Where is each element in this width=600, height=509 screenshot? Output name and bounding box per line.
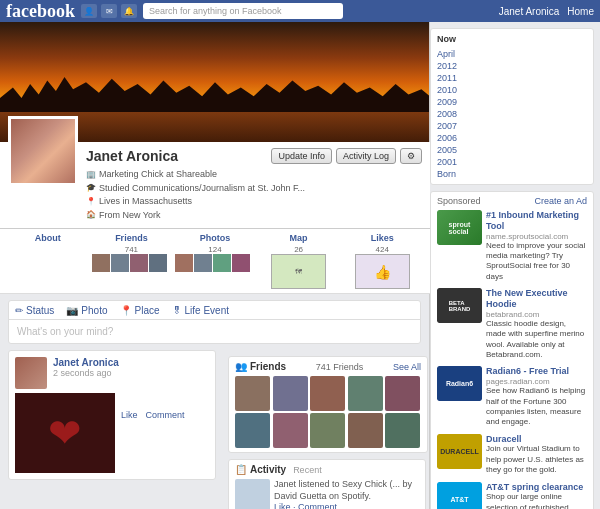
home-link[interactable]: Home xyxy=(567,6,594,17)
timeline-2006[interactable]: 2006 xyxy=(437,132,587,144)
life-event-icon: 🎖 xyxy=(172,305,182,316)
timeline-nav: Now April 2012 2011 2010 2009 2008 2007 … xyxy=(430,28,594,185)
sprout-ad-image[interactable]: sproutsocial xyxy=(437,210,482,245)
map-count: 26 xyxy=(294,245,303,254)
nav-user-name[interactable]: Janet Aronica xyxy=(499,6,560,17)
att-ad-text: AT&T spring clearance Shop our large onl… xyxy=(486,482,587,509)
duracell-ad-text: Duracell Join our Virtual Stadium to hel… xyxy=(486,434,587,476)
photos-tab[interactable]: Photos 124 xyxy=(175,233,255,289)
status-tab[interactable]: ✏ Status xyxy=(15,305,54,319)
nav-icons: 👤 ✉ 🔔 xyxy=(81,4,137,18)
friends-panel-count: 741 Friends xyxy=(316,362,364,372)
friend-grid-10[interactable] xyxy=(385,413,420,448)
ad-sprout: sproutsocial #1 Inbound Marketing Tool n… xyxy=(437,210,587,282)
friends-grid xyxy=(235,376,421,448)
activity-item-1: Janet listened to Sexy Chick (... by Dav… xyxy=(235,479,419,509)
att-ad-desc: Shop our large online selection of refur… xyxy=(486,492,587,509)
timeline-2012[interactable]: 2012 xyxy=(437,60,587,72)
photo-icon: 📷 xyxy=(66,305,78,316)
profile-pic-image xyxy=(11,119,75,183)
map-label: Map xyxy=(290,233,308,243)
settings-button[interactable]: ⚙ xyxy=(400,148,422,164)
profile-name: Janet Aronica xyxy=(86,148,178,164)
map-thumbnail: 🗺 xyxy=(271,254,326,289)
duracell-ad-image[interactable]: DURACELL xyxy=(437,434,482,469)
work-icon: 🏢 xyxy=(86,169,96,181)
friend-grid-9[interactable] xyxy=(348,413,383,448)
sponsored-section: Sponsored Create an Ad sproutsocial #1 I… xyxy=(430,191,594,509)
timeline-2008[interactable]: 2008 xyxy=(437,108,587,120)
timeline-april[interactable]: April xyxy=(437,48,587,60)
radian-ad-title[interactable]: Radian6 - Free Trial xyxy=(486,366,587,377)
right-sidebar: Now April 2012 2011 2010 2009 2008 2007 … xyxy=(430,22,600,509)
friends-see-all[interactable]: See All xyxy=(393,362,421,372)
profile-education: Studied Communications/Journalism at St.… xyxy=(99,182,305,196)
friend-grid-1[interactable] xyxy=(235,376,270,411)
att-ad-image[interactable]: AT&T xyxy=(437,482,482,509)
duracell-ad-title[interactable]: Duracell xyxy=(486,434,587,445)
about-tab[interactable]: About xyxy=(8,233,88,289)
friend-grid-5[interactable] xyxy=(385,376,420,411)
messages-nav-icon[interactable]: ✉ xyxy=(101,4,117,18)
friend-grid-3[interactable] xyxy=(310,376,345,411)
notifications-nav-icon[interactable]: 🔔 xyxy=(121,4,137,18)
friend-thumb-3 xyxy=(130,254,148,272)
friends-nav-icon[interactable]: 👤 xyxy=(81,4,97,18)
betabrand-ad-image[interactable]: BETABRAND xyxy=(437,288,482,323)
radian-ad-image[interactable]: Radian6 xyxy=(437,366,482,401)
create-ad-link[interactable]: Create an Ad xyxy=(534,196,587,206)
activity-thumb-1 xyxy=(235,479,270,509)
place-tab[interactable]: 📍 Place xyxy=(120,305,160,319)
friend-grid-6[interactable] xyxy=(235,413,270,448)
friend-grid-4[interactable] xyxy=(348,376,383,411)
like-button[interactable]: Like xyxy=(121,410,138,420)
profile-name-row: Janet Aronica Update Info Activity Log ⚙ xyxy=(86,148,422,164)
radian-ad-text: Radian6 - Free Trial pages.radian.com Se… xyxy=(486,366,587,427)
facebook-logo: facebook xyxy=(6,2,75,20)
profile-tagline: Marketing Chick at Shareable xyxy=(99,168,217,182)
sprout-ad-title[interactable]: #1 Inbound Marketing Tool xyxy=(486,210,587,232)
friend-grid-2[interactable] xyxy=(273,376,308,411)
likes-thumbnail: 👍 xyxy=(355,254,410,289)
betabrand-ad-title[interactable]: The New Executive Hoodie xyxy=(486,288,587,310)
timeline-2010[interactable]: 2010 xyxy=(437,84,587,96)
profile-from: From New York xyxy=(99,209,161,223)
education-icon: 🎓 xyxy=(86,182,96,194)
duracell-logo: DURACELL xyxy=(437,434,482,469)
timeline-now[interactable]: Now xyxy=(437,33,587,45)
timeline-2005[interactable]: 2005 xyxy=(437,144,587,156)
friends-count: 741 xyxy=(125,245,138,254)
friends-icon: 👥 xyxy=(235,361,247,372)
update-info-button[interactable]: Update Info xyxy=(271,148,332,164)
att-ad-title[interactable]: AT&T spring clearance xyxy=(486,482,587,493)
map-tab[interactable]: Map 26 🗺 xyxy=(259,233,339,289)
betabrand-logo: BETABRAND xyxy=(437,288,482,323)
activity-header: 📋 Activity Recent xyxy=(235,464,419,475)
activity-panel: 📋 Activity Recent Janet listened to Sexy… xyxy=(228,459,426,509)
status-input[interactable]: What's on your mind? xyxy=(9,320,420,343)
friend-thumbnails xyxy=(92,254,172,272)
radian-ad-desc: See how Radian6 is helping half of the F… xyxy=(486,386,587,428)
friend-grid-7[interactable] xyxy=(273,413,308,448)
post-author[interactable]: Janet Aronica xyxy=(53,357,209,368)
life-event-tab[interactable]: 🎖 Life Event xyxy=(172,305,229,319)
timeline-born[interactable]: Born xyxy=(437,168,587,180)
timeline-2001[interactable]: 2001 xyxy=(437,156,587,168)
likes-tab[interactable]: Likes 424 👍 xyxy=(342,233,422,289)
photo-tab[interactable]: 📷 Photo xyxy=(66,305,107,319)
friends-tab[interactable]: Friends 741 xyxy=(92,233,172,289)
ad-duracell: DURACELL Duracell Join our Virtual Stadi… xyxy=(437,434,587,476)
timeline-2009[interactable]: 2009 xyxy=(437,96,587,108)
friends-panel: 👥 Friends 741 Friends See All xyxy=(228,356,428,453)
search-bar[interactable]: Search for anything on Facebook xyxy=(143,3,343,19)
sprout-logo: sproutsocial xyxy=(437,210,482,245)
friend-grid-8[interactable] xyxy=(310,413,345,448)
radian-logo: Radian6 xyxy=(437,366,482,401)
timeline-2011[interactable]: 2011 xyxy=(437,72,587,84)
activity-log-button[interactable]: Activity Log xyxy=(336,148,396,164)
timeline-2007[interactable]: 2007 xyxy=(437,120,587,132)
comment-button[interactable]: Comment xyxy=(146,410,185,420)
post-time: 2 seconds ago xyxy=(53,368,209,378)
photo-tab-label: Photo xyxy=(81,305,107,316)
friend-thumb-2 xyxy=(111,254,129,272)
